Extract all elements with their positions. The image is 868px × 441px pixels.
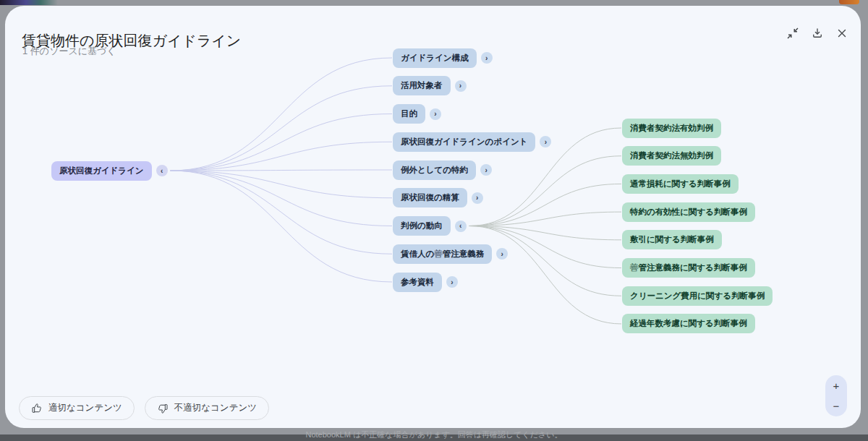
node-toggle-button[interactable]: › (540, 136, 551, 147)
mindmap-branch: 特約の有効性に関する判断事例 (622, 202, 755, 222)
mindmap-node[interactable]: 目的 (393, 104, 425, 124)
mindmap-branch: ガイドライン構成› (393, 48, 493, 68)
zoom-in-button[interactable]: + (825, 375, 847, 396)
node-toggle-button[interactable]: › (496, 248, 508, 260)
mindmap-branch: 活用対象者› (393, 76, 467, 95)
mindmap-node-label: 原状回復ガイドライン (59, 166, 144, 175)
mindmap-node[interactable]: 原状回復の精算 (393, 188, 467, 207)
mindmap-link (171, 58, 392, 171)
mindmap-node[interactable]: 原状回復ガイドラインのポイント (393, 132, 535, 152)
mindmap-branch: 判例の動向‹ (393, 216, 467, 236)
thumbs-up-icon (31, 403, 43, 414)
mindmap-branch: クリーニング費用に関する判断事例 (622, 286, 773, 306)
mindmap-node[interactable]: 消費者契約法無効判例 (622, 146, 721, 166)
mindmap-node-label: 判例の動向 (401, 221, 443, 230)
disclaimer-text: NotebookLM は不正確な場合があります。回答は再確認してください。 (0, 429, 868, 440)
mindmap-node-label: 消費者契約法無効判例 (630, 151, 713, 160)
mindmap-node-label: 目的 (401, 109, 417, 118)
mindmap-node[interactable]: 判例の動向 (393, 216, 451, 236)
node-toggle-button[interactable]: › (455, 80, 467, 92)
mindmap-link (171, 171, 392, 226)
mindmap-node-label: 善管注意義務に関する判断事例 (630, 263, 747, 272)
mindmap-node[interactable]: 参考資料 (393, 273, 442, 292)
mindmap-node-label: 原状回復ガイドラインのポイント (401, 137, 527, 146)
feedback-bar: 適切なコンテンツ 不適切なコンテンツ (19, 396, 269, 420)
mindmap-link (469, 226, 621, 324)
mindmap-link (171, 171, 392, 282)
node-toggle-button[interactable]: › (430, 108, 441, 120)
mindmap-node[interactable]: ガイドライン構成 (393, 48, 477, 68)
mindmap-branch: 賃借人の善管注意義務› (393, 244, 508, 264)
inappropriate-content-label: 不適切なコンテンツ (174, 402, 257, 414)
mindmap-node[interactable]: 特約の有効性に関する判断事例 (622, 202, 755, 222)
mindmap-node[interactable]: 消費者契約法有効判例 (622, 119, 721, 138)
mindmap-branch: 通常損耗に関する判断事例 (622, 174, 739, 194)
mindmap-branch: 原状回復の精算› (393, 188, 483, 207)
mindmap-branch: 消費者契約法無効判例 (622, 146, 721, 166)
mindmap-branch: 原状回復ガイドラインのポイント› (393, 132, 551, 152)
node-toggle-button[interactable]: › (481, 52, 493, 64)
inappropriate-content-button[interactable]: 不適切なコンテンツ (145, 396, 269, 420)
mindmap-branch: 参考資料› (393, 273, 458, 292)
mindmap-node-label: 賃借人の善管注意義務 (401, 249, 484, 258)
mindmap-node[interactable]: 例外としての特約 (393, 160, 476, 180)
mindmap-link (171, 114, 392, 171)
collapse-button[interactable] (784, 25, 801, 42)
close-fullscreen-icon (786, 27, 799, 40)
node-toggle-button[interactable]: ‹ (455, 220, 467, 232)
mindmap-node[interactable]: クリーニング費用に関する判断事例 (622, 286, 773, 306)
mindmap-branch: 善管注意義務に関する判断事例 (622, 258, 755, 278)
mindmap-node[interactable]: 通常損耗に関する判断事例 (622, 174, 739, 194)
mindmap-node-label: クリーニング費用に関する判断事例 (630, 291, 765, 300)
mindmap-node[interactable]: 善管注意義務に関する判断事例 (622, 258, 755, 278)
mindmap-node-label: 原状回復の精算 (401, 193, 459, 202)
node-toggle-button[interactable]: › (472, 192, 483, 204)
mindmap-node-label: 活用対象者 (401, 81, 443, 90)
mindmap-branch: 目的› (393, 104, 441, 124)
close-button[interactable] (833, 25, 851, 42)
mindmap-branch: 原状回復ガイドライン‹ (51, 161, 168, 181)
mindmap-branch: 例外としての特約› (393, 160, 492, 180)
mindmap-node[interactable]: 活用対象者 (393, 76, 451, 95)
window-controls (784, 25, 851, 42)
download-button[interactable] (809, 25, 826, 42)
appropriate-content-label: 適切なコンテンツ (48, 402, 122, 414)
zoom-controls: + − (825, 375, 847, 416)
source-count: 1 件のソースに基づく (22, 45, 116, 58)
mindmap-node-label: 通常損耗に関する判断事例 (630, 179, 731, 188)
mindmap-node[interactable]: 原状回復ガイドライン (51, 161, 152, 181)
mindmap-node-label: 敷引に関する判断事例 (630, 235, 714, 244)
thumbs-down-icon (157, 403, 169, 414)
mindmap-node-label: 例外としての特約 (401, 166, 468, 174)
mindmap-branch: 経過年数考慮に関する判断事例 (622, 314, 755, 333)
mindmap-link (171, 86, 392, 171)
mindmap-link (171, 170, 392, 171)
mindmap-link (171, 171, 392, 254)
close-icon (835, 27, 848, 40)
mindmap-node[interactable]: 賃借人の善管注意義務 (393, 244, 492, 264)
mindmap-node-label: ガイドライン構成 (401, 53, 469, 62)
appropriate-content-button[interactable]: 適切なコンテンツ (19, 396, 135, 420)
node-toggle-button[interactable]: ‹ (156, 165, 168, 176)
mindmap-link (469, 184, 621, 226)
mindmap-branch: 敷引に関する判断事例 (622, 230, 722, 249)
mindmap-node-label: 消費者契約法有効判例 (630, 124, 713, 132)
node-toggle-button[interactable]: › (480, 164, 492, 176)
download-icon (811, 27, 824, 40)
mindmap-node-label: 参考資料 (401, 278, 434, 286)
mindmap-node[interactable]: 敷引に関する判断事例 (622, 230, 722, 249)
mindmap-node-label: 特約の有効性に関する判断事例 (630, 207, 747, 216)
mindmap-branch: 消費者契約法有効判例 (622, 119, 721, 138)
mindmap-node-label: 経過年数考慮に関する判断事例 (630, 319, 747, 327)
mindmap-node[interactable]: 経過年数考慮に関する判断事例 (622, 314, 755, 333)
mindmap-link (469, 156, 621, 226)
node-toggle-button[interactable]: › (446, 276, 458, 288)
